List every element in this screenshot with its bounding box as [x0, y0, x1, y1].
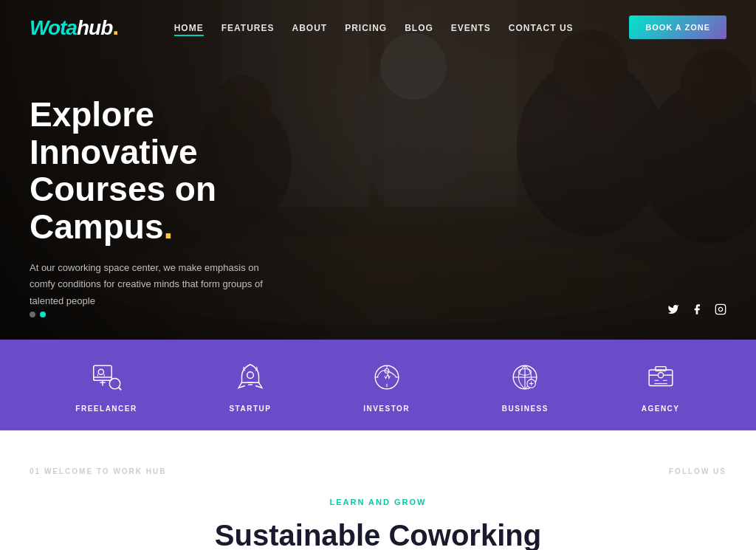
- nav-item-about[interactable]: ABOUT: [292, 21, 327, 34]
- business-icon: [505, 357, 545, 397]
- hero-title: Explore Innovative Courses on Campus.: [30, 96, 325, 245]
- svg-point-21: [98, 369, 103, 374]
- startup-svg: [233, 360, 267, 394]
- freelancer-svg: [89, 360, 123, 394]
- twitter-icon: [667, 303, 679, 315]
- category-business[interactable]: BUSINESS: [502, 357, 549, 413]
- section-label-right: FOLLOW US: [669, 467, 726, 475]
- section-title-line1: Sustainable Coworking: [215, 519, 541, 550]
- investor-icon: [367, 357, 407, 397]
- twitter-link[interactable]: [667, 303, 679, 317]
- nav-item-events[interactable]: EVENTS: [451, 21, 491, 34]
- logo-wota: Wota: [30, 16, 77, 40]
- nav-item-home[interactable]: HOME: [174, 21, 204, 34]
- freelancer-label: FREELANCER: [75, 405, 137, 413]
- category-startup[interactable]: STARTUP: [229, 357, 271, 413]
- instagram-link[interactable]: [715, 303, 726, 317]
- section-welcome: 01 WELCOME TO WORK HUB FOLLOW US LEARN A…: [0, 430, 756, 550]
- section-decorators: 01 WELCOME TO WORK HUB FOLLOW US: [30, 467, 726, 475]
- investor-svg: [370, 360, 404, 394]
- svg-rect-15: [94, 365, 111, 380]
- logo[interactable]: Wotahub.: [30, 13, 118, 41]
- svg-point-43: [658, 373, 663, 378]
- business-svg: [508, 360, 542, 394]
- section-main-title: Sustainable Coworking in Your Town: [215, 518, 541, 550]
- section-content: LEARN AND GROW Sustainable Coworking in …: [215, 498, 541, 550]
- nav-link-pricing[interactable]: PRICING: [345, 23, 387, 33]
- slide-dot-1[interactable]: [30, 312, 35, 317]
- category-freelancer[interactable]: FREELANCER: [75, 357, 137, 413]
- investor-label: INVESTOR: [363, 405, 410, 413]
- nav-link-events[interactable]: EVENTS: [451, 23, 491, 33]
- section-tag: LEARN AND GROW: [215, 498, 541, 506]
- svg-line-20: [119, 388, 122, 391]
- hero-accent-dot: .: [163, 207, 173, 246]
- logo-hub: hub: [77, 16, 112, 40]
- startup-icon: [230, 357, 270, 397]
- nav-link-about[interactable]: ABOUT: [292, 23, 327, 33]
- hero-title-line1: Explore Innovative: [30, 95, 198, 171]
- category-bar: FREELANCER STARTUP: [0, 340, 756, 430]
- nav-item-pricing[interactable]: PRICING: [345, 21, 387, 34]
- logo-dot: .: [112, 13, 118, 41]
- category-agency[interactable]: AGENCY: [641, 357, 681, 413]
- nav-link-home[interactable]: HOME: [174, 23, 204, 36]
- nav-link-features[interactable]: FEATURES: [221, 23, 275, 33]
- navbar: Wotahub. HOME FEATURES ABOUT PRICING BLO…: [0, 0, 756, 54]
- freelancer-icon: [86, 357, 126, 397]
- agency-label: AGENCY: [642, 405, 680, 413]
- hero-title-line2: Courses on Campus: [30, 170, 216, 246]
- facebook-icon: [691, 303, 703, 315]
- startup-label: STARTUP: [229, 405, 271, 413]
- book-zone-button[interactable]: BOOK A ZONE: [629, 16, 726, 39]
- section-label-left: 01 WELCOME TO WORK HUB: [30, 467, 166, 475]
- nav-item-features[interactable]: FEATURES: [221, 21, 275, 34]
- instagram-icon: [715, 303, 726, 315]
- business-label: BUSINESS: [502, 405, 549, 413]
- svg-point-24: [247, 372, 254, 379]
- slide-dots[interactable]: [30, 312, 46, 317]
- agency-icon: [641, 357, 681, 397]
- nav-item-blog[interactable]: BLOG: [405, 21, 433, 34]
- hero-subtitle: At our coworking space center, we make e…: [30, 260, 266, 309]
- svg-rect-13: [715, 304, 725, 314]
- nav-item-contact[interactable]: CONTACT US: [509, 21, 574, 34]
- nav-links: HOME FEATURES ABOUT PRICING BLOG EVENTS …: [174, 21, 574, 34]
- slide-dot-2[interactable]: [40, 312, 46, 317]
- agency-svg: [644, 360, 678, 394]
- nav-link-contact[interactable]: CONTACT US: [509, 23, 574, 33]
- category-investor[interactable]: INVESTOR: [363, 357, 410, 413]
- nav-link-blog[interactable]: BLOG: [405, 23, 433, 33]
- facebook-link[interactable]: [691, 303, 703, 317]
- hero-social: [667, 303, 726, 317]
